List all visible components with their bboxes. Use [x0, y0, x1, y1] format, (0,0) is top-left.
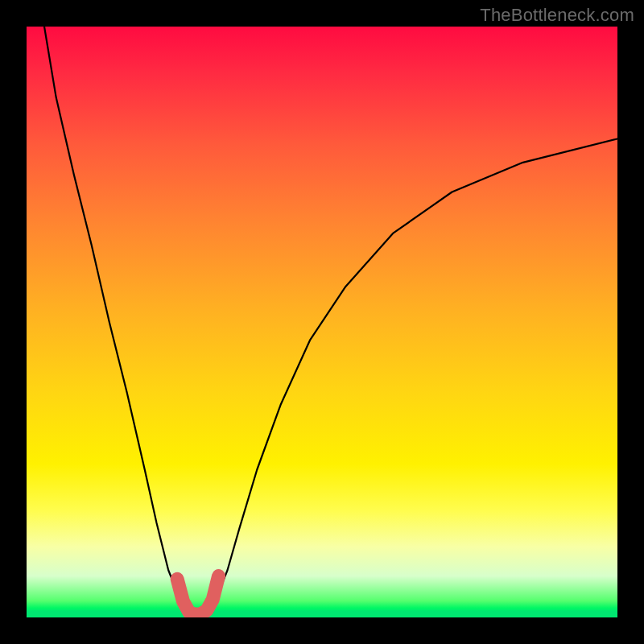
- chart-stage: TheBottleneck.com: [0, 0, 644, 644]
- plot-area: [27, 27, 617, 617]
- watermark-text: TheBottleneck.com: [480, 5, 634, 26]
- chart-svg: [27, 27, 617, 617]
- minimum-marker: [177, 576, 218, 615]
- bottleneck-curve: [44, 27, 617, 614]
